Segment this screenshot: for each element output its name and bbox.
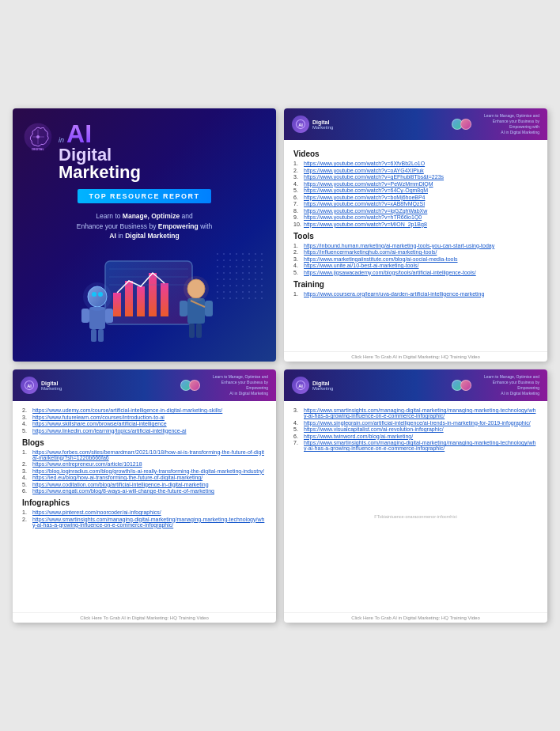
list-item: 4.https://www.unite.ai/10-best-ai-market… xyxy=(293,263,538,268)
ai-in-text: in xyxy=(59,136,64,144)
svg-rect-15 xyxy=(81,309,89,323)
svg-text:AI: AI xyxy=(298,123,303,127)
marketing-text: Marketing xyxy=(59,164,141,181)
header-brand-text-3: Digital Marketing xyxy=(41,381,62,391)
person-icon-3b xyxy=(189,380,200,391)
resource-page-2: AI Digital Marketing Learn to Manage, Op… xyxy=(284,108,547,362)
list-item: 3.https://www.youtube.com/watch?v=gEFhub… xyxy=(293,174,538,180)
training-cont-list: 2.https://www.udemy.com/course/artificia… xyxy=(22,407,267,434)
list-item: 4.https://www.singlegrain.com/artificial… xyxy=(293,420,538,426)
list-item: 2.https://www.youtube.com/watch?v=oAYG4X… xyxy=(293,168,538,173)
list-item: 4.https://www.youtube.com/watch?v=PeWzMm… xyxy=(293,181,538,187)
list-item: 4.https://www.skillshare.com/browse/arti… xyxy=(22,421,267,426)
list-item: 1.https://www.pinterest.com/noorcoder/ai… xyxy=(22,509,267,515)
svg-rect-24 xyxy=(205,301,213,316)
header-brand-text: Digital Marketing xyxy=(312,119,333,130)
list-item: 3.https://www.marketingaiinstitute.com/b… xyxy=(293,256,538,262)
header-ai-icon-3: AI xyxy=(21,377,38,394)
list-item: 5.https://www.linkedin.com/learning/topi… xyxy=(22,428,267,434)
list-item: 10.https://www.youtube.com/watch?v=MION_… xyxy=(293,222,538,227)
person-icons-3 xyxy=(183,380,200,391)
page2-content: Videos 1.https://www.youtube.com/watch?v… xyxy=(284,140,547,351)
list-item: 6.https://www.youtube.com/watch?v=boMj6h… xyxy=(293,195,538,200)
robot-figures xyxy=(58,253,232,348)
cover-subtitle: Learn to Manage, Optimize and Enhance yo… xyxy=(77,211,213,241)
svg-text:AI: AI xyxy=(298,384,303,388)
ai-big-text: AI xyxy=(66,121,92,146)
svg-rect-18 xyxy=(98,329,104,342)
header-logo: AI Digital Marketing xyxy=(292,116,333,133)
list-item: 1.https://www.forbes.com/sites/bernardma… xyxy=(22,449,267,460)
svg-point-28 xyxy=(83,282,112,311)
list-item: 2.https://www.udemy.com/course/artificia… xyxy=(22,407,267,413)
resource-page-4: AI Digital Marketing Learn to Manage, Op… xyxy=(284,369,547,623)
brain-icon: DIGITAL xyxy=(22,121,54,153)
header-ai-icon: AI xyxy=(292,116,309,133)
training-list: 1.https://www.coursera.org/learn/uva-dar… xyxy=(293,291,538,297)
page4-header: AI Digital Marketing Learn to Manage, Op… xyxy=(284,369,547,401)
header-right: Learn to Manage, Optimise and Enhance yo… xyxy=(454,113,539,135)
page3-header: AI Digital Marketing Learn to Manage, Op… xyxy=(13,369,276,401)
infographics-list: 1.https://www.pinterest.com/noorcoder/ai… xyxy=(22,509,267,528)
page3-content: 2.https://www.udemy.com/course/artificia… xyxy=(13,401,276,612)
training-section: Training 1.https://www.coursera.org/lear… xyxy=(293,280,538,297)
list-item: 4.https://ied.eu/blog/how-ai-transformin… xyxy=(22,475,267,480)
svg-rect-17 xyxy=(91,329,96,342)
svg-rect-6 xyxy=(216,252,263,300)
svg-rect-10 xyxy=(137,286,145,316)
person-icon-2 xyxy=(460,119,471,130)
header-logo-4: AI Digital Marketing xyxy=(292,377,333,394)
svg-rect-25 xyxy=(189,324,195,338)
svg-rect-9 xyxy=(125,281,133,316)
list-item: 3.https://blog.loginradius.com/blog/grow… xyxy=(22,468,267,474)
list-item: 5.https://www.coditation.com/blog/artifi… xyxy=(22,482,267,487)
header-tagline: Learn to Manage, Optimise and Enhance yo… xyxy=(476,113,539,135)
page3-footer: Click Here To Grab AI in Digital Marketi… xyxy=(13,612,276,623)
list-item: 7.https://www.smartinsights.com/managing… xyxy=(293,440,538,451)
blogs-section: Blogs 1.https://www.forbes.com/sites/ber… xyxy=(22,438,267,494)
list-item: 1.https://inbound.human.marketing/ai-mar… xyxy=(293,243,538,248)
person-icon-4b xyxy=(460,380,471,391)
svg-rect-11 xyxy=(149,273,157,316)
svg-rect-16 xyxy=(105,309,113,323)
list-item: 5.https://www.visualcapitalist.com/ai-re… xyxy=(293,426,538,432)
header-right-4: Learn to Manage, Optimise and Enhance yo… xyxy=(454,374,539,396)
list-item: 8.https://www.youtube.com/watch?v=lqGZqh… xyxy=(293,208,538,214)
blogs-title: Blogs xyxy=(22,438,267,447)
tools-list: 1.https://inbound.human.marketing/ai-mar… xyxy=(293,243,538,275)
header-right-3: Learn to Manage, Optimise and Enhance yo… xyxy=(183,374,268,396)
header-logo-3: AI Digital Marketing xyxy=(21,377,62,394)
infographics-cont-list: 3.https://www.smartinsights.com/managing… xyxy=(293,407,538,451)
list-item: 2.https://www.smartinsights.com/managing… xyxy=(22,517,267,528)
svg-rect-22 xyxy=(187,298,205,324)
list-item: 5.https://www.youtube.com/watch?v=64Cy-O… xyxy=(293,187,538,193)
videos-section: Videos 1.https://www.youtube.com/watch?v… xyxy=(293,150,538,227)
digital-text: Digital xyxy=(59,146,112,164)
list-item: 2.https://www.entrepreneur.com/article/1… xyxy=(22,461,267,467)
header-ai-icon-4: AI xyxy=(292,377,309,394)
tools-title: Tools xyxy=(293,232,538,241)
list-item: 1.https://www.coursera.org/learn/uva-dar… xyxy=(293,291,538,297)
list-item: 6.https://www.twinword.com/blog/ai-marke… xyxy=(293,434,538,439)
dots-bg xyxy=(216,252,263,300)
header-tagline-4: Learn to Manage, Optimise and Enhance yo… xyxy=(476,374,539,396)
page4-footer: Click Here To Grab AI in Digital Marketi… xyxy=(284,612,547,623)
list-item: 2.https://influencermarketinghub.com/ai-… xyxy=(293,249,538,255)
main-grid: DIGITAL in AI Digital Marketing TOP RESO… xyxy=(13,108,547,623)
svg-rect-8 xyxy=(113,293,121,316)
list-item: 6.https://www.engati.com/blog/8-ways-ai-… xyxy=(22,488,267,494)
svg-text:AI: AI xyxy=(27,384,32,388)
person-icons-4 xyxy=(454,380,471,391)
header-tagline-3: Learn to Manage, Optimise and Enhance yo… xyxy=(205,374,268,396)
header-brand-text-4: Digital Marketing xyxy=(312,381,333,391)
page2-footer: Click Here To Grab AI in Digital Marketi… xyxy=(284,351,547,362)
watermark-text: FTobiaintuence-onaraconmenor-infocrnhici xyxy=(293,514,538,519)
page4-content: 3.https://www.smartinsights.com/managing… xyxy=(284,401,547,612)
list-item: 3.https://www.futurelearn.com/courses/in… xyxy=(22,415,267,420)
svg-point-3 xyxy=(36,135,40,138)
cover-page: DIGITAL in AI Digital Marketing TOP RESO… xyxy=(13,108,276,362)
person-icons xyxy=(454,119,471,130)
list-item: 5.https://www.jigsawacademy.com/blogs/to… xyxy=(293,270,538,275)
tools-section: Tools 1.https://inbound.human.marketing/… xyxy=(293,232,538,275)
infographics-section: Infographics 1.https://www.pinterest.com… xyxy=(22,498,267,528)
